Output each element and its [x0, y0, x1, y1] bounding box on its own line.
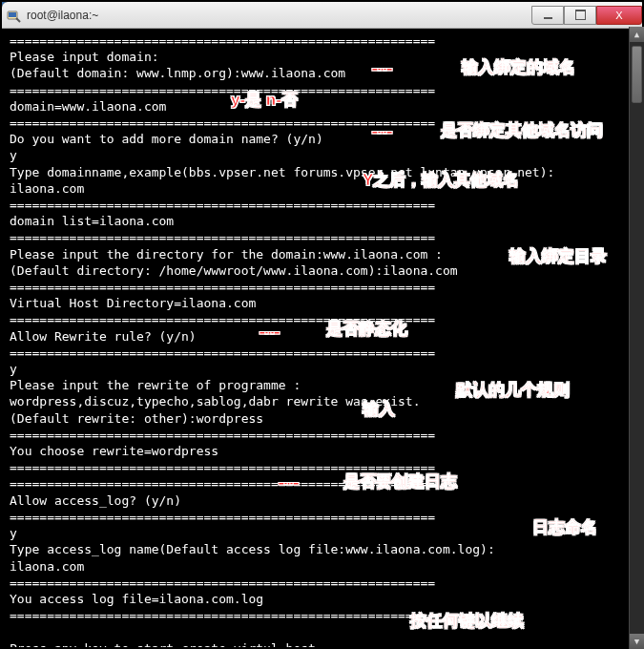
annotation-press-any-key: 按任何键以继续 — [410, 613, 524, 629]
allow-accesslog-prompt: Allow access_log? (y/n) — [10, 493, 181, 508]
input-y: y — [10, 526, 17, 540]
accesslog-confirm: You access log file=ilaona.com.log — [10, 592, 263, 606]
close-button[interactable]: X — [596, 6, 642, 25]
terminal-output[interactable]: ========================================… — [2, 29, 644, 649]
separator: ========================================… — [10, 230, 435, 244]
separator: ========================================… — [10, 280, 435, 294]
input-y: y — [10, 362, 17, 376]
scrollbar[interactable]: ▲ ▼ — [629, 27, 644, 649]
default-domain-line: (Default domain: www.lnmp.org):www.ilaon… — [10, 66, 345, 80]
putty-icon — [6, 8, 21, 23]
allow-rewrite-prompt: Allow Rewrite rule? (y/n) — [10, 329, 197, 344]
annotation-rewrite: 是否静态化 — [326, 321, 407, 337]
separator: ========================================… — [10, 198, 435, 212]
directory-prompt: Please input the directory for the domai… — [10, 247, 443, 262]
rewrite-confirm: You choose rewrite=wordpress — [10, 444, 218, 458]
window-controls: X — [531, 6, 642, 25]
annotation-yes-no: y-是 n-否 — [231, 92, 298, 108]
annotation-create-log: 是否要创建日志 — [343, 473, 457, 490]
separator: ========================================… — [10, 345, 435, 360]
default-rewrite-line: (Default rewrite: other):wordpress — [10, 411, 263, 426]
arrow-icon: ━━━ — [260, 324, 277, 341]
rewrite-list: wordpress,discuz,typecho,sablog,dabr rew… — [10, 394, 420, 408]
arrow-icon: ━━━ — [372, 124, 389, 140]
domain-list: domain list=ilaona.com — [10, 214, 174, 228]
input-y: y — [10, 148, 17, 162]
scroll-down-button[interactable]: ▼ — [630, 634, 644, 649]
accesslog-name-prompt: Type access_log name(Default access log … — [10, 542, 495, 556]
annotation-default-rules: 默认的几个规则 — [456, 382, 570, 398]
press-any-key: Press any key to start create virtul hos… — [10, 641, 338, 649]
svg-rect-1 — [9, 12, 16, 17]
add-more-domain-prompt: Do you want to add more domain name? (y/… — [10, 132, 323, 146]
annotation-input-domain: 输入绑定的域名 — [462, 59, 575, 75]
separator: ========================================… — [10, 33, 435, 48]
window-title: root@ilaona:~ — [27, 9, 531, 22]
annotation-input-directory: 输入绑定目录 — [509, 248, 607, 264]
maximize-button[interactable] — [564, 6, 596, 25]
scroll-up-button[interactable]: ▲ — [630, 27, 644, 42]
minimize-button[interactable] — [531, 6, 564, 25]
prompt-domain: Please input domain: — [10, 50, 159, 64]
titlebar[interactable]: root@ilaona:~ X — [2, 2, 644, 29]
separator: ========================================… — [10, 428, 435, 442]
scroll-thumb[interactable] — [632, 46, 642, 103]
annotation-input: 输入 — [363, 401, 395, 417]
rewrite-programme-prompt: Please input the rewrite of programme : — [10, 378, 301, 392]
default-directory-line: (Default directory: /home/wwwroot/www.il… — [10, 263, 458, 278]
arrow-icon: ━━━ — [372, 61, 389, 77]
separator: ========================================… — [10, 608, 435, 622]
terminal-window: root@ilaona:~ X ========================… — [2, 2, 644, 649]
separator: ========================================… — [10, 83, 435, 97]
separator: ========================================… — [10, 576, 435, 590]
annotation-log-name: 日志命名 — [532, 519, 597, 535]
input-domain: ilaona.com — [10, 181, 84, 196]
input-accesslog: ilaona.com — [10, 559, 84, 574]
annotation-bind-other-domain: 是否绑定其他域名访问 — [441, 122, 603, 138]
annotation-after-y-domain: Y之后，输入其他域名 — [363, 172, 519, 188]
domain-confirm: domain=www.ilaona.com — [10, 99, 166, 114]
separator: ========================================… — [10, 510, 435, 524]
vhost-directory: Virtual Host Directory=ilaona.com — [10, 296, 256, 310]
arrow-icon: ━━━ — [279, 475, 296, 492]
